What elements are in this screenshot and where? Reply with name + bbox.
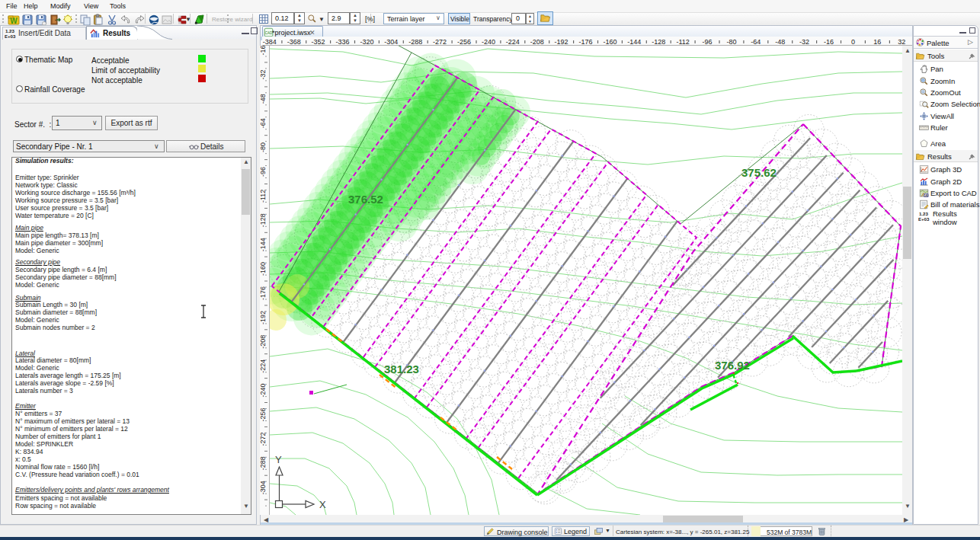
svg-text:-48: -48 (260, 94, 267, 104)
svg-text:-368: -368 (287, 38, 301, 46)
svg-text:-240: -240 (482, 38, 495, 46)
svg-text:-208: -208 (530, 38, 544, 46)
svg-text:-352: -352 (312, 38, 325, 46)
svg-text:-224: -224 (506, 38, 520, 46)
svg-text:-96: -96 (702, 38, 712, 46)
svg-text:-288: -288 (408, 38, 422, 46)
svg-text:375.62: 375.62 (741, 166, 777, 179)
svg-text:X: X (319, 499, 326, 510)
svg-text:-64: -64 (751, 38, 761, 46)
svg-text:-128: -128 (260, 213, 267, 227)
svg-text:-208: -208 (260, 335, 267, 349)
svg-text:376.52: 376.52 (348, 193, 383, 206)
svg-text:-304: -304 (384, 38, 398, 46)
svg-text:-112: -112 (260, 190, 267, 203)
svg-text:E+03: E+03 (918, 216, 930, 222)
svg-text:-128: -128 (652, 38, 665, 46)
svg-text:-64: -64 (260, 118, 267, 128)
svg-text:-240: -240 (260, 384, 267, 398)
svg-text:-80: -80 (726, 38, 736, 46)
svg-text:-112: -112 (676, 38, 689, 46)
svg-text:-336: -336 (335, 38, 349, 46)
svg-text:CAD: CAD (265, 31, 272, 35)
svg-text:-304: -304 (260, 481, 267, 494)
svg-text:16: 16 (873, 38, 881, 46)
svg-text:-256: -256 (260, 407, 267, 421)
svg-text:-192: -192 (260, 311, 267, 324)
svg-text:-256: -256 (457, 38, 471, 46)
svg-text:W: W (10, 17, 18, 25)
svg-text:-160: -160 (603, 38, 617, 46)
svg-text:Y: Y (275, 454, 282, 465)
svg-text:-224: -224 (260, 359, 267, 373)
svg-text:376.92: 376.92 (715, 359, 750, 372)
svg-text:E+03: E+03 (5, 34, 16, 39)
svg-text:-144: -144 (627, 38, 641, 46)
svg-text:-320: -320 (360, 38, 373, 46)
svg-text:-272: -272 (433, 38, 447, 46)
svg-text:-144: -144 (260, 238, 267, 251)
svg-text:32: 32 (898, 38, 905, 46)
svg-text:-192: -192 (555, 38, 568, 46)
svg-text:-32: -32 (799, 38, 809, 46)
svg-text:-32: -32 (260, 69, 267, 79)
svg-text:-16: -16 (260, 46, 267, 56)
svg-text:-48: -48 (775, 38, 785, 46)
svg-text:0: 0 (851, 38, 855, 46)
svg-text:381.23: 381.23 (384, 363, 419, 375)
svg-text:-272: -272 (260, 432, 267, 446)
svg-text:-16: -16 (824, 38, 834, 46)
svg-text:CAD: CAD (924, 194, 930, 197)
svg-text:-176: -176 (578, 38, 592, 46)
svg-text:1.23: 1.23 (919, 211, 928, 216)
svg-text:-80: -80 (260, 142, 267, 152)
svg-text:1.23: 1.23 (5, 28, 14, 34)
svg-text:-176: -176 (260, 286, 267, 300)
svg-text:-288: -288 (260, 456, 267, 470)
svg-text:-384: -384 (263, 38, 277, 46)
svg-text:-160: -160 (260, 262, 267, 276)
svg-text:-96: -96 (260, 167, 267, 177)
